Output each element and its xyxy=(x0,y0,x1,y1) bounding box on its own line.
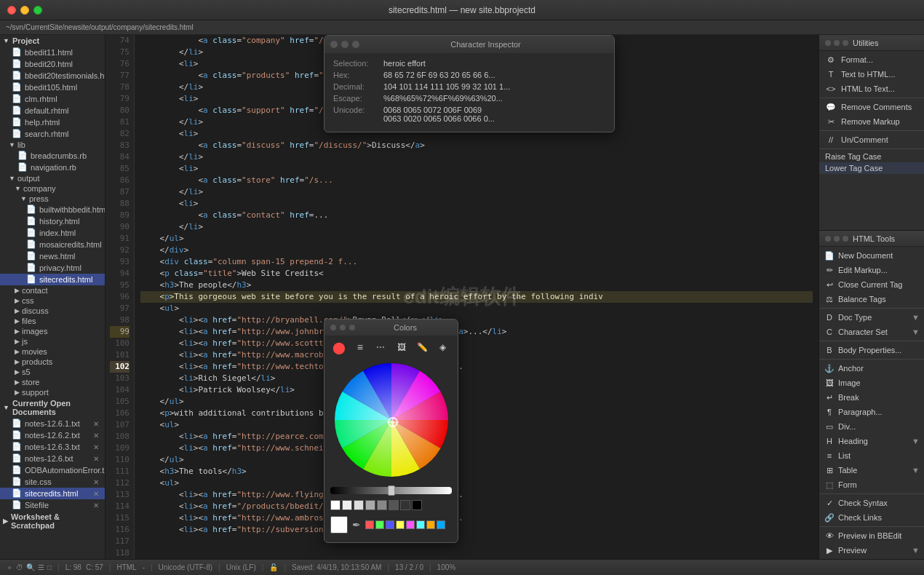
tool-doctype[interactable]: D Doc Type ▼ xyxy=(819,310,924,325)
fullscreen-button[interactable] xyxy=(33,6,42,15)
sidebar-item-default[interactable]: 📄 default.rhtml xyxy=(0,105,105,116)
output-folder[interactable]: ▼ output xyxy=(0,173,105,183)
util-lower-tag[interactable]: Lower Tag Case xyxy=(819,162,924,174)
sidebar-item-notes1[interactable]: 📄 notes-12.6.1.txt ✕ xyxy=(0,418,105,429)
support-folder[interactable]: ▶ support xyxy=(0,387,105,397)
color-swatch[interactable] xyxy=(412,500,422,510)
recent-color-swatch[interactable] xyxy=(365,520,374,529)
status-icon-history[interactable]: ⏱ xyxy=(16,563,23,571)
sidebar-item-builtwith[interactable]: 📄 builtwithbbedit.html xyxy=(0,204,105,215)
css-folder[interactable]: ▶ css xyxy=(0,296,105,306)
close-file-btn[interactable]: ✕ xyxy=(93,420,99,428)
color-tab-sliders[interactable]: ≡ xyxy=(353,340,367,354)
sidebar-item-bbedit11[interactable]: 📄 bbedit11.html xyxy=(0,47,105,58)
recent-color-swatch[interactable] xyxy=(386,520,394,529)
tool-break[interactable]: ↵ Break xyxy=(819,390,924,405)
color-wheel-container[interactable] xyxy=(324,359,458,481)
sidebar-item-notes3[interactable]: 📄 notes-12.6.3.txt ✕ xyxy=(0,441,105,453)
files-folder[interactable]: ▶ files xyxy=(0,316,105,326)
worksheet-section[interactable]: ▶ Worksheet & Scratchpad xyxy=(0,511,105,531)
recent-color-swatch[interactable] xyxy=(406,520,415,529)
util-text-to-html[interactable]: T Text to HTML... xyxy=(819,67,924,82)
recent-color-swatch[interactable] xyxy=(426,520,435,529)
status-icon-mode[interactable]: ☰ xyxy=(38,563,44,571)
sidebar-item-sitecredits-open[interactable]: 📄 sitecredits.html ✕ xyxy=(0,488,105,499)
close-button[interactable] xyxy=(7,6,16,15)
recent-color-swatch[interactable] xyxy=(437,520,445,529)
util-remove-markup[interactable]: ✂ Remove Markup xyxy=(819,114,924,129)
currently-open-section[interactable]: ▼ Currently Open Documents xyxy=(0,397,105,418)
close-file-btn[interactable]: ✕ xyxy=(93,455,99,463)
company-folder[interactable]: ▼ company xyxy=(0,183,105,194)
tool-list[interactable]: ≡ List xyxy=(819,448,924,463)
sidebar-item-bbedit20[interactable]: 📄 bbedit20.html xyxy=(0,58,105,70)
tool-image[interactable]: 🖼 Image xyxy=(819,376,924,390)
sidebar-item-sitefile[interactable]: 📄 Sitefile ✕ xyxy=(0,499,105,511)
js-folder[interactable]: ▶ js xyxy=(0,336,105,346)
color-tab-image[interactable]: 🖼 xyxy=(394,340,409,354)
tool-preview[interactable]: ▶ Preview ▼ xyxy=(819,543,924,558)
tool-table[interactable]: ⊞ Table ▼ xyxy=(819,463,924,477)
sidebar-item-privacy[interactable]: 📄 privacy.html xyxy=(0,262,105,274)
sidebar-item-odb[interactable]: 📄 ODBAutomationError.txt ✕ xyxy=(0,464,105,476)
color-swatch[interactable] xyxy=(342,500,352,510)
sidebar-item-history[interactable]: 📄 history.html xyxy=(0,215,105,227)
color-swatch[interactable] xyxy=(377,500,387,510)
brightness-slider[interactable] xyxy=(330,487,452,494)
util-uncomment[interactable]: // Un/Comment xyxy=(819,132,924,147)
traffic-lights[interactable] xyxy=(7,6,42,15)
util-html-to-text[interactable]: <> HTML to Text... xyxy=(819,82,924,96)
color-swatch[interactable] xyxy=(400,500,410,510)
press-folder[interactable]: ▼ press xyxy=(0,194,105,204)
sidebar-item-bbedit105[interactable]: 📄 bbedit105.html xyxy=(0,82,105,93)
color-tab-crayons[interactable]: ✏️ xyxy=(415,340,429,354)
color-slider-area[interactable] xyxy=(324,484,458,497)
tool-anchor[interactable]: ⚓ Anchor xyxy=(819,361,924,376)
recent-color-swatch[interactable] xyxy=(396,520,405,529)
recent-color-swatch[interactable] xyxy=(416,520,425,529)
contact-folder[interactable]: ▶ contact xyxy=(0,285,105,296)
sidebar-item-index[interactable]: 📄 index.html xyxy=(0,227,105,239)
color-wheel[interactable] xyxy=(333,362,450,478)
tool-preview-bbedit[interactable]: 👁 Preview in BBEdit xyxy=(819,528,924,543)
color-swatch[interactable] xyxy=(365,500,375,510)
recent-color-swatch[interactable] xyxy=(375,520,384,529)
util-format[interactable]: ⚙ Format... xyxy=(819,52,924,67)
sidebar-item-news[interactable]: 📄 news.html xyxy=(0,250,105,262)
tool-paragraph[interactable]: ¶ Paragraph... xyxy=(819,405,924,419)
status-icon-view[interactable]: □ xyxy=(47,563,52,571)
tool-close-tag[interactable]: ↩ Close Current Tag xyxy=(819,277,924,292)
sidebar-item-mosaic[interactable]: 📄 mosaicredits.html xyxy=(0,239,105,250)
sidebar-item-notes4[interactable]: 📄 notes-12.6.txt ✕ xyxy=(0,453,105,464)
products-folder[interactable]: ▶ products xyxy=(0,357,105,367)
close-file-btn[interactable]: ✕ xyxy=(93,478,99,486)
sidebar-item-breadcrumbs[interactable]: 📄 breadcrumbs.rb xyxy=(0,150,105,162)
close-file-btn[interactable]: ✕ xyxy=(93,432,99,440)
color-tab-palette[interactable]: ⋯ xyxy=(373,340,388,354)
sidebar-item-navigation[interactable]: 📄 navigation.rb xyxy=(0,162,105,173)
status-icon-search[interactable]: 🔍 xyxy=(26,563,35,571)
minimize-button[interactable] xyxy=(20,6,29,15)
color-tab-wheel[interactable]: ⬤ xyxy=(332,340,346,354)
tool-new-doc[interactable]: 📄 New Document xyxy=(819,248,924,263)
close-file-btn[interactable]: ✕ xyxy=(93,501,99,509)
color-tab-custom[interactable]: ◈ xyxy=(436,340,450,354)
sidebar-item-clm[interactable]: 📄 clm.rhtml xyxy=(0,93,105,105)
util-remove-comments[interactable]: 💬 Remove Comments xyxy=(819,100,924,114)
close-file-btn[interactable]: ✕ xyxy=(93,490,99,498)
tool-balance-tags[interactable]: ⚖ Balance Tags xyxy=(819,292,924,306)
tool-check-links[interactable]: 🔗 Check Links xyxy=(819,510,924,525)
tool-body-props[interactable]: B Body Properties... xyxy=(819,343,924,357)
tool-edit-markup[interactable]: ✏ Edit Markup... xyxy=(819,263,924,277)
tool-charset[interactable]: C Character Set ▼ xyxy=(819,325,924,339)
lib-folder[interactable]: ▼ lib xyxy=(0,140,105,150)
sidebar-item-help[interactable]: 📄 help.rhtml xyxy=(0,116,105,128)
project-section[interactable]: ▼ Project xyxy=(0,35,105,47)
status-icon-add[interactable]: ＋ xyxy=(6,563,13,573)
tool-div[interactable]: ▭ Div... xyxy=(819,419,924,434)
eyedropper-icon[interactable]: ✒ xyxy=(352,519,361,531)
close-file-btn[interactable]: ✕ xyxy=(93,443,99,451)
sidebar-item-sitecredits[interactable]: 📄 sitecredits.html xyxy=(0,274,105,285)
sidebar-item-site-css[interactable]: 📄 site.css ✕ xyxy=(0,476,105,488)
sidebar-item-notes2[interactable]: 📄 notes-12.6.2.txt ✕ xyxy=(0,429,105,441)
